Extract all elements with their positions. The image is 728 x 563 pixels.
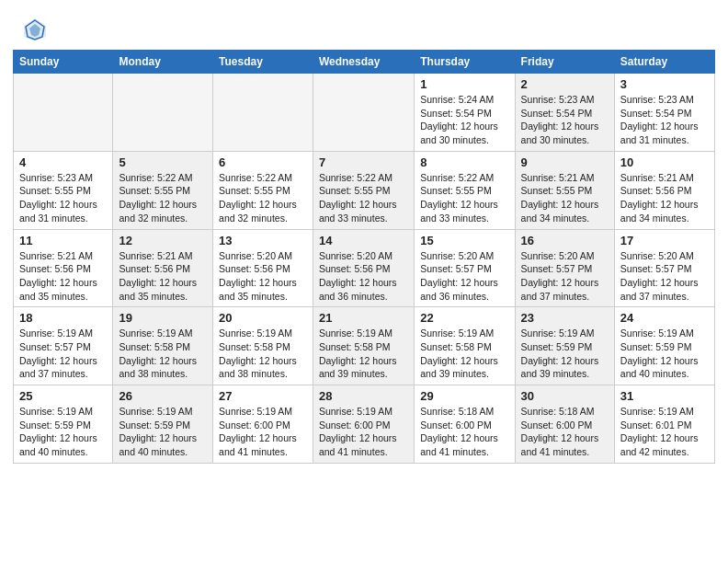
day-number: 13 [219, 234, 307, 247]
table-row: 18Sunrise: 5:19 AMSunset: 5:57 PMDayligh… [14, 307, 113, 385]
cell-text: Sunset: 5:56 PM [119, 262, 207, 276]
cell-text: and 41 minutes. [420, 445, 508, 459]
day-number: 16 [521, 234, 609, 247]
table-row: 20Sunrise: 5:19 AMSunset: 5:58 PMDayligh… [213, 307, 313, 385]
table-row: 13Sunrise: 5:20 AMSunset: 5:56 PMDayligh… [213, 229, 313, 307]
cell-text: Sunset: 5:56 PM [19, 262, 107, 276]
cell-text: Sunset: 5:58 PM [219, 340, 307, 354]
cell-text: Sunrise: 5:19 AM [420, 327, 508, 340]
cell-text: Sunrise: 5:20 AM [219, 249, 307, 263]
cell-text: Daylight: 12 hours [521, 431, 609, 445]
logo-icon [22, 17, 48, 42]
cell-text: Daylight: 12 hours [19, 276, 107, 290]
day-number: 17 [620, 234, 709, 247]
day-number: 22 [420, 311, 508, 325]
cell-text: Sunrise: 5:19 AM [219, 405, 307, 419]
cell-text: and 32 minutes. [119, 212, 207, 225]
table-row [213, 74, 313, 152]
day-number: 21 [319, 311, 408, 325]
cell-text: Daylight: 12 hours [420, 276, 508, 290]
cell-text: Daylight: 12 hours [521, 198, 609, 212]
day-header-saturday: Saturday [614, 51, 714, 74]
cell-text: Daylight: 12 hours [19, 198, 107, 212]
day-header-wednesday: Wednesday [313, 51, 414, 74]
cell-text: Sunset: 5:54 PM [620, 107, 709, 121]
cell-text: Daylight: 12 hours [319, 354, 408, 368]
calendar-table: SundayMondayTuesdayWednesdayThursdayFrid… [13, 50, 715, 464]
cell-text: Sunrise: 5:19 AM [620, 327, 709, 340]
cell-text: Sunrise: 5:20 AM [620, 249, 709, 263]
table-row: 5Sunrise: 5:22 AMSunset: 5:55 PMDaylight… [113, 151, 213, 229]
cell-text: Sunrise: 5:22 AM [119, 171, 207, 185]
cell-text: Sunrise: 5:22 AM [319, 171, 408, 185]
day-number: 1 [420, 77, 508, 91]
cell-text: and 34 minutes. [620, 212, 709, 225]
cell-text: Daylight: 12 hours [620, 198, 709, 212]
table-row [14, 74, 113, 152]
calendar: SundayMondayTuesdayWednesdayThursdayFrid… [0, 50, 728, 477]
cell-text: Sunset: 5:55 PM [319, 184, 408, 198]
cell-text: and 38 minutes. [119, 367, 207, 381]
cell-text: Sunset: 5:57 PM [19, 340, 107, 354]
cell-text: and 35 minutes. [119, 290, 207, 304]
table-row [113, 74, 213, 152]
table-row: 26Sunrise: 5:19 AMSunset: 5:59 PMDayligh… [113, 385, 213, 464]
cell-text: Sunset: 5:54 PM [521, 107, 609, 121]
cell-text: Sunrise: 5:22 AM [219, 171, 307, 185]
cell-text: and 37 minutes. [521, 290, 609, 304]
table-row: 19Sunrise: 5:19 AMSunset: 5:58 PMDayligh… [113, 307, 213, 385]
day-header-friday: Friday [515, 51, 614, 74]
day-number: 20 [219, 311, 307, 325]
calendar-week-2: 4Sunrise: 5:23 AMSunset: 5:55 PMDaylight… [14, 151, 715, 229]
cell-text: Sunrise: 5:19 AM [319, 405, 408, 419]
cell-text: Daylight: 12 hours [620, 354, 709, 368]
day-number: 31 [620, 389, 709, 403]
logo [22, 17, 53, 42]
cell-text: Sunrise: 5:19 AM [319, 327, 408, 340]
cell-text: Sunset: 5:56 PM [319, 262, 408, 276]
day-number: 29 [420, 389, 508, 403]
cell-text: Sunrise: 5:22 AM [420, 171, 508, 185]
day-number: 30 [521, 389, 609, 403]
table-row: 6Sunrise: 5:22 AMSunset: 5:55 PMDaylight… [213, 151, 313, 229]
cell-text: and 33 minutes. [319, 212, 408, 225]
cell-text: and 31 minutes. [19, 212, 107, 225]
table-row [313, 74, 414, 152]
day-number: 23 [521, 311, 609, 325]
day-number: 28 [319, 389, 408, 403]
cell-text: Sunrise: 5:20 AM [319, 249, 408, 263]
cell-text: Sunset: 5:54 PM [420, 107, 508, 121]
table-row: 15Sunrise: 5:20 AMSunset: 5:57 PMDayligh… [415, 229, 515, 307]
table-row: 30Sunrise: 5:18 AMSunset: 6:00 PMDayligh… [515, 385, 614, 464]
cell-text: Daylight: 12 hours [420, 198, 508, 212]
cell-text: Sunset: 6:00 PM [521, 419, 609, 432]
cell-text: Sunrise: 5:18 AM [521, 405, 609, 419]
calendar-body: 1Sunrise: 5:24 AMSunset: 5:54 PMDaylight… [14, 74, 715, 464]
cell-text: Daylight: 12 hours [319, 276, 408, 290]
cell-text: Daylight: 12 hours [119, 431, 207, 445]
cell-text: Daylight: 12 hours [219, 431, 307, 445]
cell-text: and 37 minutes. [620, 290, 709, 304]
cell-text: and 33 minutes. [420, 212, 508, 225]
table-row: 8Sunrise: 5:22 AMSunset: 5:55 PMDaylight… [415, 151, 515, 229]
cell-text: and 32 minutes. [219, 212, 307, 225]
cell-text: Sunset: 5:59 PM [19, 419, 107, 432]
cell-text: Sunset: 5:58 PM [420, 340, 508, 354]
cell-text: and 41 minutes. [219, 445, 307, 459]
cell-text: Daylight: 12 hours [620, 431, 709, 445]
day-number: 25 [19, 389, 107, 403]
cell-text: Sunset: 6:00 PM [319, 419, 408, 432]
cell-text: Sunrise: 5:19 AM [620, 405, 709, 419]
table-row: 7Sunrise: 5:22 AMSunset: 5:55 PMDaylight… [313, 151, 414, 229]
cell-text: Sunrise: 5:21 AM [620, 171, 709, 185]
day-number: 12 [119, 234, 207, 247]
cell-text: Daylight: 12 hours [620, 276, 709, 290]
day-header-thursday: Thursday [415, 51, 515, 74]
table-row: 4Sunrise: 5:23 AMSunset: 5:55 PMDaylight… [14, 151, 113, 229]
cell-text: and 39 minutes. [319, 367, 408, 381]
day-number: 8 [420, 155, 508, 169]
cell-text: and 36 minutes. [420, 290, 508, 304]
day-number: 3 [620, 77, 709, 91]
table-row: 11Sunrise: 5:21 AMSunset: 5:56 PMDayligh… [14, 229, 113, 307]
day-number: 11 [19, 234, 107, 247]
